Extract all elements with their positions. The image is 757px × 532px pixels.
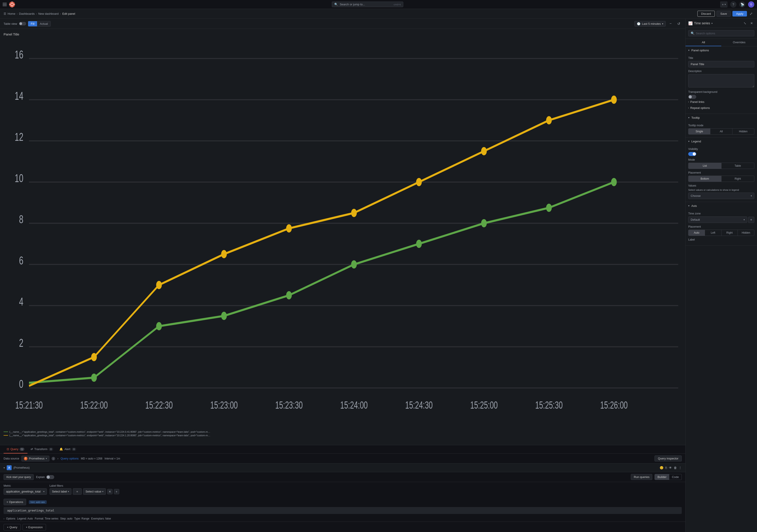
query-more-icon[interactable]: ⋮ — [679, 466, 682, 469]
tab-all[interactable]: All — [685, 39, 721, 46]
breadcrumb: ☰ Home › Dashboards › New dashboard › Ed… — [4, 12, 75, 15]
viz-title: Time series — [694, 21, 710, 25]
expand-button[interactable]: ⤢ — [749, 11, 753, 17]
query-options-link[interactable]: Query options — [61, 457, 78, 460]
placement-right-button[interactable]: Right — [721, 230, 738, 236]
panel-close-button[interactable]: ✕ — [749, 20, 754, 26]
menu-button[interactable] — [3, 2, 7, 7]
query-copy-icon[interactable]: ⎘ — [665, 466, 667, 469]
explain-switch[interactable] — [46, 475, 54, 479]
breadcrumb-actions: Discard Save Apply ⤢ — [697, 11, 753, 17]
legend-color-0 — [4, 432, 8, 432]
legend-values-option: Choose — [691, 194, 701, 198]
legend-list-button[interactable]: List — [688, 163, 721, 169]
select-label-dropdown[interactable]: Select label ▾ — [49, 488, 72, 495]
viz-selector[interactable]: 📈 Time series ▾ — [688, 21, 712, 25]
repeat-options-row[interactable]: › Repeat options — [688, 105, 754, 111]
user-avatar[interactable]: G — [748, 1, 754, 8]
tab-query[interactable]: ⊡ Query 1 — [4, 445, 27, 454]
tooltip-title: Tooltip — [691, 116, 700, 119]
remove-filter-button[interactable]: ✕ — [107, 489, 112, 494]
timezone-dropdown[interactable]: Default ▾ — [688, 216, 747, 223]
tooltip-single-button[interactable]: Single — [688, 128, 710, 134]
panel-expand-button[interactable]: ⤡ — [742, 20, 748, 26]
metric-select[interactable]: application_greetings_total ▾ — [4, 488, 47, 495]
svg-text:14: 14 — [15, 90, 23, 102]
run-queries-button[interactable]: Run queries — [631, 474, 652, 480]
query-eye-icon[interactable]: 😊 — [660, 466, 663, 469]
legend-bottom-button[interactable]: Bottom — [688, 176, 721, 182]
kickstart-button[interactable]: Kick start your query — [4, 474, 34, 480]
select-value-dropdown[interactable]: Select value ▾ — [83, 488, 106, 495]
transparent-bg-toggle[interactable] — [688, 95, 696, 99]
breadcrumb-dashboards[interactable]: Dashboards — [19, 12, 35, 15]
legend-visibility-toggle[interactable] — [688, 152, 696, 156]
tab-overrides[interactable]: Overrides — [721, 39, 757, 46]
datasource-select[interactable]: P Prometheus ▾ — [21, 456, 49, 462]
builder-button[interactable]: Builder — [655, 474, 669, 480]
query-section-a: ▾ A (Prometheus) 😊 ⎘ 👁 🗑 ⋮ Kick start yo… — [0, 463, 685, 522]
axis-header[interactable]: ▾ Axis — [685, 202, 757, 210]
notifications-icon[interactable]: 📡 — [739, 1, 745, 8]
discard-button[interactable]: Discard — [697, 11, 715, 17]
add-filter-button[interactable]: + — [114, 489, 119, 494]
save-button[interactable]: Save — [716, 11, 731, 17]
legend-table-button[interactable]: Table — [721, 163, 754, 169]
tooltip-header[interactable]: ▾ Tooltip — [685, 114, 757, 122]
chart-toolbar-left: Table view Fill Actual — [4, 21, 51, 27]
legend-header[interactable]: ▾ Legend — [685, 137, 757, 145]
placement-hidden-button[interactable]: Hidden — [738, 230, 754, 236]
refresh-button[interactable]: ↺ — [676, 20, 682, 27]
add-expression-button[interactable]: + Expression — [22, 524, 46, 530]
legend-right-button[interactable]: Right — [721, 176, 754, 182]
query-delete-icon[interactable]: 🗑 — [674, 466, 677, 469]
add-button[interactable]: + ▾ — [720, 1, 728, 8]
placement-auto-button[interactable]: Auto — [688, 230, 705, 236]
hamburger-mini[interactable]: ☰ — [4, 12, 6, 15]
panel-options-header[interactable]: ▾ Panel options — [685, 46, 757, 54]
fill-button[interactable]: Fill — [28, 21, 37, 26]
search-section: 🔍 — [685, 28, 757, 39]
tab-alert[interactable]: 🔔 Alert 0 — [56, 445, 79, 454]
hint-badge: hint: add rate — [29, 500, 47, 504]
description-label: Description — [688, 70, 754, 73]
svg-point-34 — [91, 374, 97, 382]
search-options-input[interactable]: 🔍 — [688, 30, 754, 36]
svg-text:16: 16 — [15, 48, 23, 61]
add-query-button[interactable]: + Query — [4, 524, 21, 530]
tooltip-all-button[interactable]: All — [710, 128, 732, 134]
chart-toolbar-right: 🕐 Last 5 minutes ▾ − ↺ — [634, 20, 682, 27]
filter-operator[interactable]: = — [73, 488, 82, 495]
apply-button[interactable]: Apply — [732, 11, 747, 16]
query-toggle-icon[interactable]: 👁 — [669, 466, 672, 469]
time-range-picker[interactable]: 🕐 Last 5 minutes ▾ — [634, 21, 666, 27]
global-search[interactable]: 🔍 Search or jump to... cmd+k — [332, 2, 403, 7]
tooltip-hidden-button[interactable]: Hidden — [732, 128, 754, 134]
svg-text:15:23:30: 15:23:30 — [275, 399, 303, 410]
breadcrumb-new-dashboard[interactable]: New dashboard — [38, 12, 58, 15]
right-panel: 📈 Time series ▾ ⤡ ✕ 🔍 All Overrides — [685, 19, 757, 532]
query-inspector-button[interactable]: Query inspector — [654, 456, 682, 462]
tab-transform[interactable]: ⇄ Transform 0 — [27, 445, 56, 454]
legend-item-1: {__name__="application_greetings_total",… — [4, 434, 682, 437]
timezone-add-button[interactable]: + — [748, 217, 754, 223]
table-view-switch[interactable] — [19, 22, 26, 25]
datasource-info-icon[interactable]: i — [51, 457, 55, 461]
query-tab-badge: 1 — [20, 448, 24, 451]
actual-button[interactable]: Actual — [37, 21, 50, 26]
help-icon[interactable]: ? — [730, 1, 737, 8]
zoom-out-button[interactable]: − — [667, 20, 674, 27]
options-row[interactable]: › Options Legend: Auto Format: Time seri… — [0, 516, 685, 521]
query-md: MD = auto = 1268 — [81, 457, 102, 460]
description-textarea[interactable] — [688, 74, 754, 88]
add-operation-button[interactable]: + Operations — [4, 499, 26, 505]
grafana-logo — [9, 1, 15, 8]
panel-links-row[interactable]: › Panel links — [688, 99, 754, 105]
legend-values-dropdown[interactable]: Choose ▾ — [688, 193, 754, 199]
placement-left-button[interactable]: Left — [705, 230, 721, 236]
query-label-a[interactable]: A — [7, 465, 12, 470]
code-button[interactable]: Code — [669, 474, 681, 480]
search-options-field[interactable] — [696, 32, 752, 35]
panel-title-input[interactable] — [688, 61, 754, 68]
breadcrumb-home[interactable]: Home — [8, 12, 15, 15]
